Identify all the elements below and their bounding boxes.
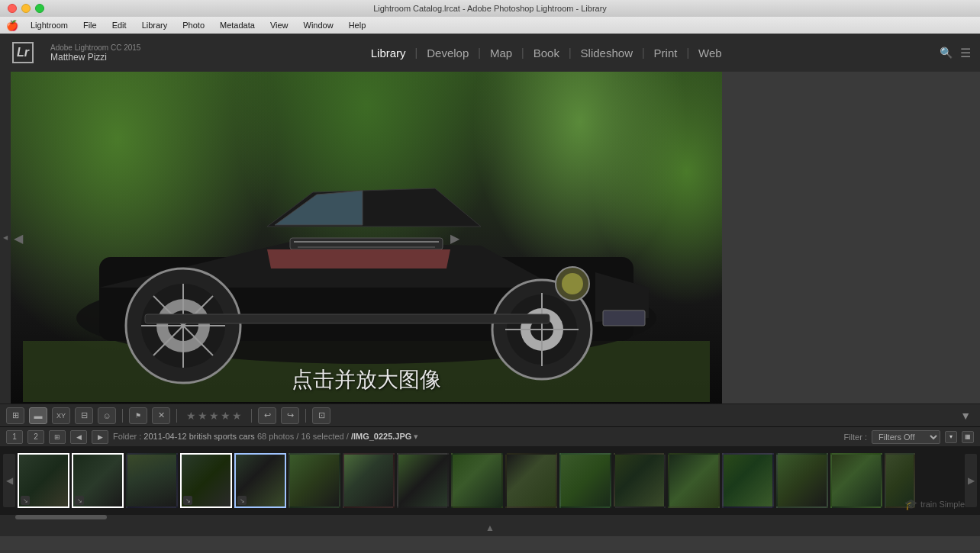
filename-dropdown-icon[interactable]: ▾: [414, 432, 418, 441]
thumb-5-badge: ↘: [237, 496, 247, 505]
next-icon: ▶: [98, 433, 103, 441]
bottom-strip: ▲: [0, 519, 980, 536]
window-title: Lightroom Catalog.lrcat - Adobe Photosho…: [373, 4, 607, 13]
next-image-arrow[interactable]: ▶: [447, 227, 463, 248]
apple-menu[interactable]: 🍎: [6, 20, 18, 31]
nav-book[interactable]: Book: [527, 43, 566, 63]
thumb-13[interactable]: [668, 453, 720, 508]
mac-title-bar: Lightroom Catalog.lrcat - Adobe Photosho…: [0, 0, 980, 17]
bottom-arrow-up[interactable]: ▲: [485, 522, 495, 533]
survey-icon: ⊟: [81, 410, 88, 420]
menu-library[interactable]: Library: [136, 19, 174, 31]
crop-button[interactable]: ⊡: [312, 407, 330, 424]
thumb-12[interactable]: [614, 453, 666, 508]
menu-window[interactable]: Window: [298, 19, 340, 31]
menu-lightroom[interactable]: Lightroom: [24, 19, 74, 31]
flag-button[interactable]: ⚑: [129, 407, 147, 424]
view-loupe-button[interactable]: ▬: [29, 407, 47, 424]
reject-button[interactable]: ✕: [152, 407, 170, 424]
panel-toggle-button[interactable]: ▦: [962, 431, 974, 443]
thumb-10[interactable]: [505, 453, 557, 508]
svg-rect-21: [603, 310, 645, 326]
view-compare-button[interactable]: XY: [52, 407, 70, 424]
collection-1-button[interactable]: 1: [6, 430, 23, 444]
filter-area: Filter : Filters Off Rated Flagged ▾ ▦: [843, 430, 974, 444]
menu-edit[interactable]: Edit: [106, 19, 133, 31]
minimize-button[interactable]: [21, 4, 31, 13]
nav-develop[interactable]: Develop: [421, 43, 475, 63]
prev-image-arrow[interactable]: ◀: [11, 227, 26, 248]
filmstrip-info: Folder : 2011-04-12 british sports cars …: [113, 432, 839, 442]
filmstrip-next-button[interactable]: ▶: [965, 454, 977, 507]
filter-options-icon: ▾: [949, 433, 953, 440]
thumb-4[interactable]: ↘: [180, 453, 232, 508]
nav-web[interactable]: Web: [692, 43, 728, 63]
menu-photo[interactable]: Photo: [176, 19, 211, 31]
thumb-5[interactable]: ↘: [234, 453, 286, 508]
filter-label: Filter :: [843, 432, 867, 442]
star-2[interactable]: ★: [198, 410, 208, 422]
star-3[interactable]: ★: [209, 410, 219, 422]
next-collection-button[interactable]: ▶: [92, 430, 108, 444]
thumb-2-badge: ↘: [75, 496, 84, 505]
thumb-1[interactable]: ↘: [18, 453, 69, 508]
rotate-right-icon: ↪: [287, 410, 294, 420]
thumb-16[interactable]: [830, 453, 882, 508]
nav-sep-5: |: [642, 47, 645, 59]
star-4[interactable]: ★: [221, 410, 230, 422]
thumb-14[interactable]: [722, 453, 774, 508]
star-1[interactable]: ★: [186, 410, 196, 422]
toolbar: ⊞ ▬ XY ⊟ ☺ ⚑ ✕ ★ ★ ★ ★ ★ ↩ ↪ ⊡ ▼: [0, 403, 980, 426]
menu-view[interactable]: View: [264, 19, 295, 31]
toolbar-sep-2: [176, 409, 177, 423]
collection-2-button[interactable]: 2: [27, 430, 44, 444]
prev-collection-button[interactable]: ◀: [70, 430, 87, 444]
thumb-8[interactable]: [397, 453, 449, 508]
svg-rect-17: [290, 238, 443, 249]
nav-library[interactable]: Library: [365, 43, 412, 63]
thumb-11[interactable]: [559, 453, 611, 508]
filmstrip-next-icon: ▶: [968, 475, 975, 486]
maximize-button[interactable]: [35, 4, 44, 13]
toolbar-collapse-button[interactable]: ▼: [957, 408, 974, 423]
thumb-2[interactable]: ↘: [72, 453, 124, 508]
car-svg: [23, 74, 710, 402]
menu-help[interactable]: Help: [343, 19, 372, 31]
rotate-left-button[interactable]: ↩: [258, 407, 276, 424]
view-people-button[interactable]: ☺: [98, 407, 116, 424]
menu-icon[interactable]: ☰: [960, 46, 971, 60]
view-survey-button[interactable]: ⊟: [75, 407, 93, 424]
left-panel-toggle[interactable]: ◀: [0, 72, 11, 403]
rotate-right-button[interactable]: ↪: [281, 407, 299, 424]
loupe-icon: ▬: [34, 411, 43, 420]
filmstrip-prev-button[interactable]: ◀: [3, 454, 15, 507]
nav-links: Library | Develop | Map | Book | Slidesh…: [153, 43, 940, 63]
menu-file[interactable]: File: [77, 19, 103, 31]
main-car-image: [11, 72, 722, 403]
search-icon[interactable]: 🔍: [940, 47, 953, 59]
toolbar-sep-1: [122, 409, 123, 423]
filmstrip-scrollbar[interactable]: [0, 515, 980, 519]
toolbar-sep-4: [305, 409, 306, 423]
menu-metadata[interactable]: Metadata: [214, 19, 261, 31]
nav-map[interactable]: Map: [484, 43, 518, 63]
thumb-3[interactable]: [126, 453, 178, 508]
top-nav: Lr Adobe Lightroom CC 2015 Matthew Pizzi…: [0, 34, 980, 72]
filter-select[interactable]: Filters Off Rated Flagged: [872, 430, 940, 444]
view-grid-button[interactable]: ⊞: [6, 407, 24, 424]
trainsimple-text: train Simple: [920, 500, 965, 509]
star-5[interactable]: ★: [232, 410, 242, 422]
thumb-15[interactable]: [776, 453, 828, 508]
thumb-6[interactable]: [289, 453, 340, 508]
thumb-4-badge: ↘: [183, 496, 192, 505]
nav-print[interactable]: Print: [648, 43, 684, 63]
nav-sep-1: |: [415, 47, 418, 59]
thumb-9[interactable]: [451, 453, 503, 508]
grid-view-button[interactable]: ⊞: [49, 430, 66, 444]
nav-slideshow[interactable]: Slideshow: [575, 43, 639, 63]
filmstrip-scroll-thumb[interactable]: [15, 515, 107, 519]
filter-options-button[interactable]: ▾: [945, 431, 957, 443]
nav-sep-3: |: [521, 47, 524, 59]
thumb-7[interactable]: [343, 453, 395, 508]
close-button[interactable]: [8, 4, 17, 13]
